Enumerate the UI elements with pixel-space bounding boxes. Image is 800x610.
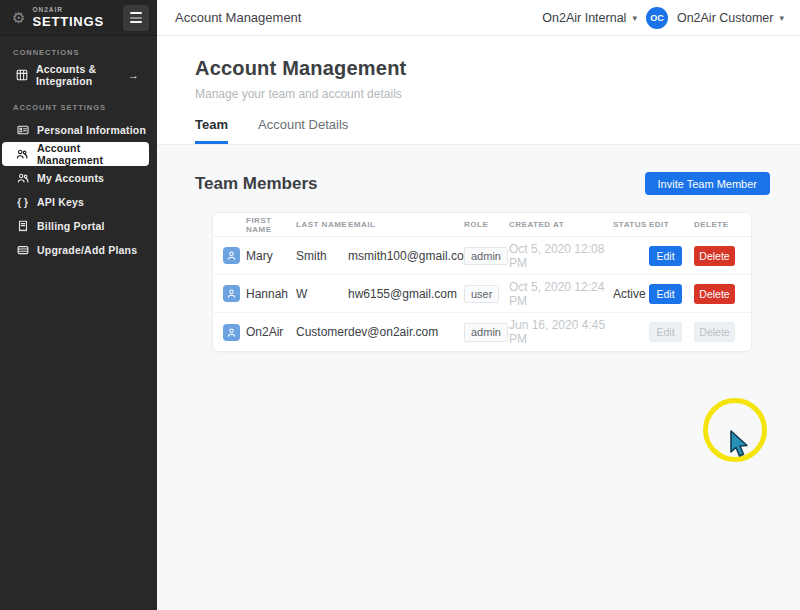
sidebar-header: ⚙ ON2AIR SETTINGS — [0, 0, 157, 36]
page-subtitle: Manage your team and account details — [195, 87, 800, 101]
avatar[interactable]: OC — [646, 7, 668, 29]
sidebar-section-label: CONNECTIONS — [13, 48, 157, 57]
workspace-label: On2Air Internal — [542, 11, 626, 25]
edit-button: Edit — [649, 322, 682, 342]
role-cell: admin — [464, 322, 509, 341]
chevron-down-icon: ▾ — [632, 13, 637, 23]
sidebar-item-label: My Accounts — [37, 172, 104, 184]
user-avatar-icon — [223, 285, 240, 302]
table-header-row: FIRST NAMELAST NAMEEMAILROLECREATED ATST… — [213, 213, 751, 237]
sidebar-item-accounts-integration[interactable]: Accounts & Integration→ — [2, 63, 149, 87]
sidebar-item-label: Upgrade/Add Plans — [37, 244, 137, 256]
sidebar-item-label: Billing Portal — [37, 220, 105, 232]
email-cell: hw6155@gmail.com — [348, 287, 464, 301]
user-avatar-icon — [223, 247, 240, 264]
braces-icon: { } — [16, 196, 29, 209]
sidebar-section: CONNECTIONSAccounts & Integration→ — [0, 48, 157, 87]
sidebar-section-label: ACCOUNT SETTINGS — [13, 103, 157, 112]
delete-cell: Delete — [694, 246, 741, 266]
sidebar-item-my-accounts[interactable]: My Accounts — [2, 166, 149, 190]
first-name-cell: Hannah — [246, 287, 296, 301]
email-cell: msmith100@gmail.com — [348, 249, 464, 263]
role-badge: admin — [464, 323, 508, 341]
edit-button[interactable]: Edit — [649, 246, 682, 266]
receipt-icon — [16, 220, 29, 233]
invite-team-member-button[interactable]: Invite Team Member — [645, 172, 770, 195]
topbar-title: Account Management — [175, 10, 301, 25]
sidebar-item-label: API Keys — [37, 196, 84, 208]
last-name-cell: Smith — [296, 249, 348, 263]
user-avatar-icon — [223, 324, 240, 341]
sidebar-item-api-keys[interactable]: { }API Keys — [2, 190, 149, 214]
tab-account-details[interactable]: Account Details — [258, 117, 348, 144]
user-menu[interactable]: On2Air Customer ▾ — [677, 11, 784, 25]
page-content: Team Members Invite Team Member FIRST NA… — [157, 145, 800, 610]
brand-logo: ON2AIR SETTINGS — [32, 7, 103, 29]
delete-cell: Delete — [694, 322, 741, 342]
sidebar-item-upgrade-add-plans[interactable]: Upgrade/Add Plans — [2, 238, 149, 262]
tab-team[interactable]: Team — [195, 117, 228, 144]
chevron-down-icon: ▾ — [779, 13, 784, 23]
column-header-status: STATUS — [613, 220, 649, 229]
hamburger-icon — [130, 12, 142, 14]
column-header-created-at: CREATED AT — [509, 220, 613, 229]
column-header-role: ROLE — [464, 220, 509, 229]
role-badge: user — [464, 285, 499, 303]
gear-icon: ⚙ — [12, 10, 25, 25]
sidebar-section: ACCOUNT SETTINGSPersonal InformationAcco… — [0, 103, 157, 262]
team-members-table: FIRST NAMELAST NAMEEMAILROLECREATED ATST… — [212, 212, 752, 352]
grid-icon — [16, 69, 28, 82]
sidebar-item-billing-portal[interactable]: Billing Portal — [2, 214, 149, 238]
first-name-cell: Mary — [246, 249, 296, 263]
role-cell: admin — [464, 246, 509, 265]
delete-cell: Delete — [694, 284, 741, 304]
topbar-right: On2Air Internal ▾ OC On2Air Customer ▾ — [542, 7, 784, 29]
id-card-icon — [16, 124, 29, 137]
topbar: Account Management On2Air Internal ▾ OC … — [157, 0, 800, 36]
edit-button[interactable]: Edit — [649, 284, 682, 304]
hamburger-icon — [130, 21, 142, 23]
brand-top-label: ON2AIR — [32, 7, 103, 14]
team-members-title: Team Members — [195, 174, 318, 194]
last-name-cell: W — [296, 287, 348, 301]
people-icon — [16, 172, 29, 185]
sidebar-item-label: Account Management — [37, 142, 149, 166]
first-name-cell: On2Air — [246, 325, 296, 339]
brand-bottom-label: SETTINGS — [32, 15, 103, 28]
sidebar: ⚙ ON2AIR SETTINGS CONNECTIONSAccounts & … — [0, 0, 157, 610]
workspace-selector[interactable]: On2Air Internal ▾ — [542, 11, 637, 25]
created-at-cell: Oct 5, 2020 12:24 PM — [509, 280, 613, 308]
delete-button[interactable]: Delete — [694, 246, 735, 266]
table-row: HannahWhw6155@gmail.comuserOct 5, 2020 1… — [213, 275, 751, 313]
table-body: MarySmithmsmith100@gmail.comadminOct 5, … — [213, 237, 751, 351]
user-label: On2Air Customer — [677, 11, 774, 25]
edit-cell: Edit — [649, 322, 694, 342]
main-column: Account Management On2Air Internal ▾ OC … — [157, 0, 800, 610]
arrow-right-icon: → — [128, 69, 139, 81]
table-row: On2AirCustomerdev@on2air.comadminJun 16,… — [213, 313, 751, 351]
sidebar-item-label: Accounts & Integration — [36, 63, 128, 87]
stack-icon — [16, 244, 29, 257]
tab-bar: TeamAccount Details — [195, 117, 800, 144]
team-section-header: Team Members Invite Team Member — [157, 145, 800, 195]
created-at-cell: Oct 5, 2020 12:08 PM — [509, 242, 613, 270]
column-header-edit: EDIT — [649, 220, 694, 229]
column-header-first-name: FIRST NAME — [246, 216, 296, 234]
sidebar-toggle-button[interactable] — [123, 5, 149, 31]
app-window: ⚙ ON2AIR SETTINGS CONNECTIONSAccounts & … — [0, 0, 800, 610]
status-cell: Active — [613, 287, 649, 301]
column-header-email: EMAIL — [348, 220, 464, 229]
column-header-delete: DELETE — [694, 220, 741, 229]
email-cell: dev@on2air.com — [348, 325, 464, 339]
sidebar-item-account-management[interactable]: Account Management — [2, 142, 149, 166]
column-header-last-name: LAST NAME — [296, 220, 348, 229]
page-title: Account Management — [195, 57, 800, 80]
people-icon — [16, 148, 29, 161]
created-at-cell: Jun 16, 2020 4:45 PM — [509, 318, 613, 346]
role-badge: admin — [464, 247, 508, 265]
page-header: Account Management Manage your team and … — [157, 36, 800, 145]
delete-button[interactable]: Delete — [694, 284, 735, 304]
sidebar-item-label: Personal Information — [37, 124, 146, 136]
sidebar-item-personal-information[interactable]: Personal Information — [2, 118, 149, 142]
sidebar-nav: CONNECTIONSAccounts & Integration→ACCOUN… — [0, 36, 157, 610]
